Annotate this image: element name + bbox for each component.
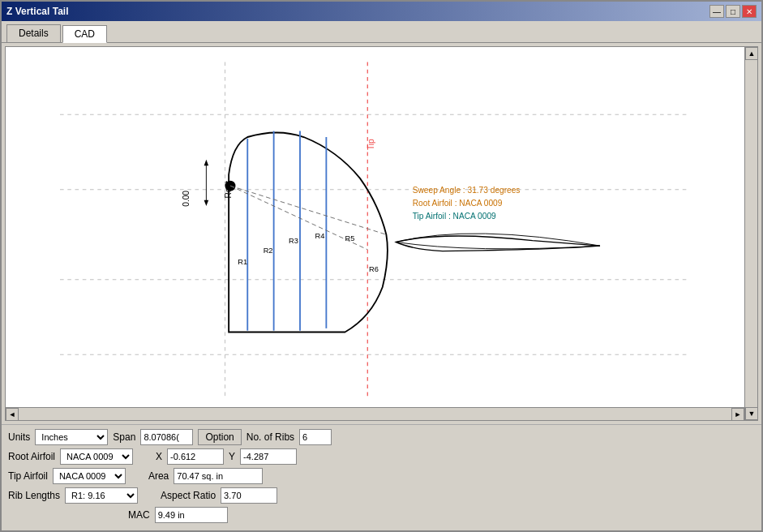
vertical-scrollbar[interactable]: ▲ ▼ — [744, 47, 757, 420]
horizontal-scrollbar[interactable]: ◄ ► — [6, 407, 744, 420]
option-button[interactable]: Option — [198, 429, 241, 445]
area-input[interactable] — [174, 468, 263, 484]
no-of-ribs-input[interactable] — [299, 429, 332, 445]
cad-diagram: Root Tip 0.00 — [6, 47, 744, 407]
svg-text:Root Airfoil : NACA 0009: Root Airfoil : NACA 0009 — [413, 199, 503, 208]
tip-airfoil-label: Tip Airfoil — [8, 470, 48, 482]
title-bar: Z Vertical Tail — □ ✕ — [2, 2, 761, 21]
x-label: X — [156, 451, 162, 462]
bottom-row-4: Rib Lengths R1: 9.16 Aspect Ratio — [8, 487, 755, 504]
bottom-row-1: Units Inches Span Option No. of Ribs — [8, 429, 755, 445]
units-label: Units — [8, 431, 30, 443]
x-input[interactable] — [167, 448, 224, 465]
svg-text:0.00: 0.00 — [182, 191, 191, 207]
scroll-track-vertical[interactable] — [745, 60, 757, 407]
no-of-ribs-label: No. of Ribs — [246, 431, 294, 443]
tab-bar: Details CAD — [2, 21, 761, 43]
svg-text:R6: R6 — [369, 266, 379, 274]
svg-marker-10 — [204, 160, 209, 165]
aspect-ratio-input[interactable] — [221, 487, 277, 504]
svg-text:R4: R4 — [315, 232, 324, 240]
y-label: Y — [229, 451, 235, 462]
mac-label: MAC — [128, 509, 150, 521]
mac-input[interactable] — [155, 507, 228, 523]
scroll-up-button[interactable]: ▲ — [745, 47, 758, 60]
svg-text:R5: R5 — [345, 234, 354, 242]
y-input[interactable] — [240, 448, 297, 465]
canvas-area: Root Tip 0.00 — [5, 46, 758, 421]
close-button[interactable]: ✕ — [742, 5, 757, 18]
root-airfoil-select[interactable]: NACA 0009 — [60, 448, 133, 465]
scroll-down-button[interactable]: ▼ — [745, 407, 758, 420]
tab-cad[interactable]: CAD — [62, 25, 107, 43]
svg-text:Tip: Tip — [366, 139, 375, 150]
main-window: Z Vertical Tail — □ ✕ Details CAD — [0, 0, 763, 532]
maximize-button[interactable]: □ — [726, 5, 740, 18]
scroll-track-horizontal[interactable] — [19, 408, 731, 420]
scroll-left-button[interactable]: ◄ — [6, 408, 19, 421]
svg-text:Tip Airfoil  : NACA 0009: Tip Airfoil : NACA 0009 — [413, 212, 496, 221]
scroll-right-button[interactable]: ► — [731, 408, 744, 421]
window-title: Z Vertical Tail — [6, 6, 68, 17]
bottom-panel: Units Inches Span Option No. of Ribs Roo… — [2, 424, 761, 530]
svg-text:R1: R1 — [238, 258, 247, 266]
tip-airfoil-select[interactable]: NACA 0009 — [53, 468, 126, 484]
svg-text:Sweep Angle : 31.73 degrees: Sweep Angle : 31.73 degrees — [413, 186, 521, 195]
bottom-row-2: Root Airfoil NACA 0009 X Y — [8, 448, 755, 465]
root-airfoil-label: Root Airfoil — [8, 451, 55, 462]
svg-marker-11 — [204, 200, 209, 206]
span-input[interactable] — [140, 429, 193, 445]
rib-lengths-label: Rib Lengths — [8, 490, 60, 501]
aspect-ratio-label: Aspect Ratio — [161, 490, 216, 501]
window-controls: — □ ✕ — [709, 5, 757, 18]
bottom-row-3: Tip Airfoil NACA 0009 Area — [8, 468, 755, 484]
bottom-row-5: MAC — [8, 507, 755, 523]
svg-text:R2: R2 — [264, 247, 273, 255]
tab-details[interactable]: Details — [6, 24, 61, 42]
units-select[interactable]: Inches — [35, 429, 108, 445]
minimize-button[interactable]: — — [709, 5, 724, 18]
area-label: Area — [148, 470, 169, 482]
rib-lengths-select[interactable]: R1: 9.16 — [65, 487, 138, 504]
svg-line-18 — [230, 186, 386, 234]
span-label: Span — [113, 431, 135, 443]
svg-text:R3: R3 — [289, 237, 298, 245]
